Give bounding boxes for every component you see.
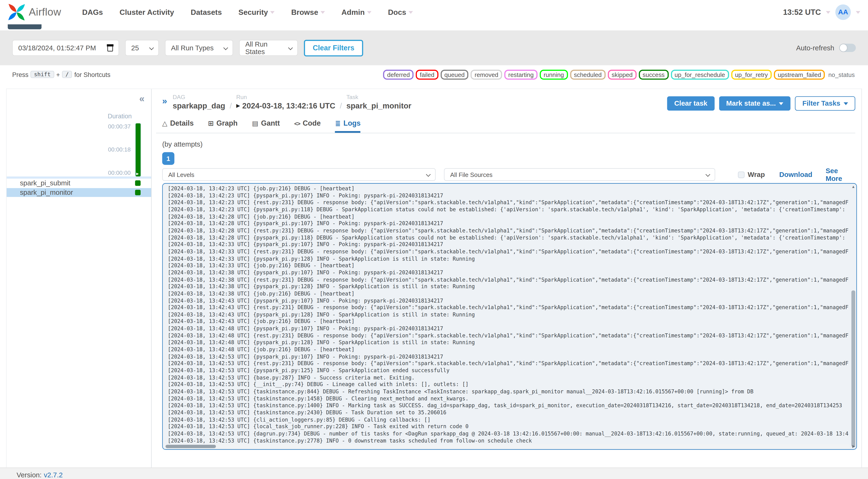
log-line: [2024-03-18, 13:42:48 UTC] {pyspark_pi.p…	[167, 339, 848, 346]
nav-menu-item[interactable]: Admin	[341, 8, 371, 16]
shortcuts-hint: Press shift + / for Shortcuts	[12, 71, 111, 78]
wrap-checkbox[interactable]	[738, 171, 744, 178]
auto-refresh-label: Auto-refresh	[796, 44, 834, 52]
detail-tab[interactable]: Graph	[208, 118, 238, 133]
grid-hover-row	[7, 177, 151, 179]
nav-menu-item[interactable]: Docs	[388, 8, 413, 16]
tab-icon	[208, 119, 214, 127]
run-duration-column[interactable]: ▶	[135, 123, 141, 177]
log-line: [2024-03-18, 13:42:38 UTC] {rest.py:231}…	[167, 277, 848, 284]
log-line: [2024-03-18, 13:42:53 UTC] {taskinstance…	[167, 395, 848, 403]
task-state-square-success[interactable]	[135, 189, 141, 195]
grid-sidebar: « Duration 00:00:37 00:00:18 00:00:00 ▶ …	[7, 89, 152, 468]
duration-tick: 00:00:18	[108, 146, 131, 153]
state-legend-badge[interactable]: running	[540, 70, 568, 79]
nav-menu-item[interactable]: Cluster Activity	[120, 8, 174, 16]
clear-filters-button[interactable]: Clear Filters	[304, 39, 363, 56]
collapse-sidebar-icon[interactable]: «	[139, 94, 144, 103]
chevron-down-icon	[705, 172, 710, 177]
chevron-down-icon	[270, 11, 275, 14]
chevron-down-icon	[367, 11, 372, 14]
state-legend-badge[interactable]: failed	[416, 70, 438, 79]
see-more-link[interactable]: See More	[826, 167, 855, 182]
log-line: [2024-03-18, 13:42:33 UTC] {pyspark_pi.p…	[167, 242, 848, 249]
scroll-right-arrow-icon[interactable]: ▶	[852, 444, 855, 449]
detail-tab[interactable]: Logs	[335, 118, 361, 133]
clear-task-button[interactable]: Clear task	[667, 96, 715, 110]
log-line: [2024-03-18, 13:42:23 UTC] {pyspark_pi.p…	[167, 192, 848, 199]
chevron-down-icon	[844, 102, 848, 105]
page-size-select[interactable]: 25	[125, 40, 159, 56]
state-legend-badge[interactable]: queued	[440, 70, 468, 79]
file-source-select[interactable]: All File Sources	[444, 168, 715, 181]
utc-clock[interactable]: 13:52 UTC	[783, 8, 821, 17]
auto-refresh-toggle[interactable]	[839, 44, 856, 52]
manual-run-play-icon: ▶	[136, 172, 139, 175]
detail-tab[interactable]: Details	[162, 118, 194, 133]
airflow-app: Airflow DAGs Cluster Activity Datasets S…	[0, 0, 868, 479]
log-line: [2024-03-18, 13:42:53 UTC] {rest.py:231}…	[167, 360, 848, 368]
legend-bar: Press shift + / for Shortcuts deferredfa…	[0, 65, 868, 89]
breadcrumb: » DAG sparkapp_dag / Run ▶ 2024-03-18, 1…	[162, 93, 855, 110]
run-states-select[interactable]: All Run States	[239, 40, 298, 56]
base-date-input[interactable]: 03/18/2024, 01:52:47 PM	[12, 40, 119, 56]
log-line: [2024-03-18, 13:42:43 UTC] {job.py:216} …	[167, 318, 848, 325]
task-row[interactable]: spark_pi_monitor	[7, 188, 151, 197]
state-legend-badge[interactable]: upstream_failed	[774, 70, 825, 79]
nav-menu-item[interactable]: Datasets	[191, 8, 222, 16]
state-legend-badge[interactable]: no_status	[827, 70, 856, 79]
log-line: [2024-03-18, 13:42:48 UTC] {pyspark_pi.p…	[167, 325, 848, 332]
log-line: [2024-03-18, 13:42:23 UTC] {rest.py:231}…	[167, 199, 848, 206]
detail-tab[interactable]: Code	[294, 118, 321, 133]
nav-menu-item[interactable]: Browse	[291, 8, 325, 16]
log-line: [2024-03-18, 13:42:53 UTC] {pyspark_pi.p…	[167, 353, 848, 360]
breadcrumb-chevrons-icon[interactable]: »	[162, 97, 167, 106]
scroll-up-arrow-icon[interactable]: ▲	[851, 185, 855, 188]
state-legend-badge[interactable]: removed	[471, 70, 502, 79]
run-duration-bar[interactable]	[135, 123, 141, 177]
airflow-logo-icon	[8, 3, 25, 21]
airflow-brand[interactable]: Airflow	[8, 3, 61, 21]
log-line: [2024-03-18, 13:42:43 UTC] {pyspark_pi.p…	[167, 297, 848, 305]
filter-tasks-button[interactable]: Filter Tasks	[795, 96, 855, 110]
state-legend-badge[interactable]: restarting	[504, 70, 538, 79]
state-legend-badge[interactable]: deferred	[383, 70, 414, 79]
log-line: [2024-03-18, 13:42:53 UTC] {taskinstance…	[167, 409, 848, 416]
state-legend-badge[interactable]: success	[639, 70, 669, 79]
horizontal-scrollbar-thumb[interactable]	[165, 445, 216, 448]
breadcrumb-task[interactable]: Task spark_pi_monitor	[346, 93, 411, 110]
log-line: [2024-03-18, 13:42:53 UTC] {dagrun.py:73…	[167, 430, 848, 437]
chevron-down-icon	[223, 45, 228, 50]
user-chevron-down-icon[interactable]	[856, 11, 860, 14]
breadcrumb-dag[interactable]: DAG sparkapp_dag	[173, 93, 225, 110]
calendar-icon[interactable]	[107, 44, 113, 51]
user-avatar[interactable]: AA	[835, 4, 851, 20]
state-legend-badge[interactable]: scheduled	[570, 70, 606, 79]
version-link[interactable]: v2.7.2	[44, 471, 63, 479]
log-output-panel[interactable]: [2024-03-18, 13:42:23 UTC] {job.py:216} …	[162, 183, 857, 450]
wrap-checkbox-group[interactable]: Wrap	[738, 170, 765, 178]
state-legend-badge[interactable]: skipped	[608, 70, 637, 79]
attempt-1-button[interactable]: 1	[162, 152, 175, 165]
download-logs-link[interactable]: Download	[779, 170, 812, 178]
detail-tab[interactable]: Gantt	[252, 118, 280, 133]
log-line: [2024-03-18, 13:42:53 UTC] {taskinstance…	[167, 402, 848, 409]
task-state-square-success[interactable]	[135, 181, 141, 186]
mark-state-as-button[interactable]: Mark state as...	[719, 96, 791, 110]
state-legend-badge[interactable]: up_for_retry	[731, 70, 772, 79]
nav-menu: DAGs Cluster Activity Datasets Security …	[82, 8, 413, 16]
log-line: [2024-03-18, 13:42:53 UTC] {cli_action_l…	[167, 416, 848, 423]
run-types-select[interactable]: All Run Types	[165, 40, 233, 56]
task-row[interactable]: spark_pi_submit	[7, 179, 151, 188]
log-line: [2024-03-18, 13:42:28 UTC] {pyspark_pi.p…	[167, 234, 848, 242]
nav-menu-item[interactable]: DAGs	[82, 8, 103, 16]
horizontal-scrollbar[interactable]	[164, 444, 850, 449]
log-level-select[interactable]: All Levels	[162, 168, 436, 181]
breadcrumb-run[interactable]: Run ▶ 2024-03-18, 13:42:16 UTC	[236, 93, 335, 110]
state-legend-badge[interactable]: up_for_reschedule	[671, 70, 729, 79]
nav-menu-item[interactable]: Security	[239, 8, 275, 16]
vertical-scrollbar-thumb[interactable]	[851, 290, 855, 447]
clock-chevron-down-icon[interactable]	[826, 11, 830, 14]
chevron-down-icon	[320, 11, 325, 14]
log-line: [2024-03-18, 13:42:53 UTC] {__init__.py:…	[167, 381, 848, 388]
